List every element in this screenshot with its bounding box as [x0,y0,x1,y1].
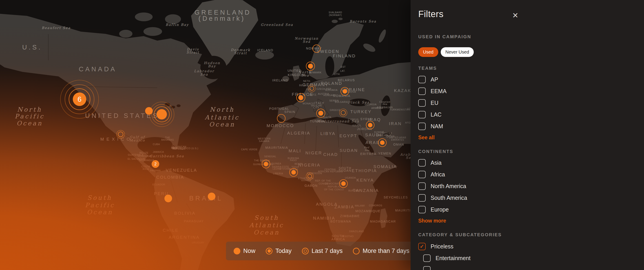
marker-dot [291,170,296,175]
marker-dot [342,89,347,94]
category-checkbox[interactable]: ✓ [418,243,426,250]
used-toggle-group: Used Never Used [418,47,474,57]
continent-label: South America [430,195,467,201]
team-row-eu: EU [418,99,438,107]
now-marker-icon [234,248,240,254]
continent-label: Asia [430,160,442,166]
section-header-continents: CONTINENTS [418,149,453,154]
team-label: AP [430,76,438,83]
team-label: NAM [430,123,443,129]
continent-label: Europe [430,206,449,213]
marker-dot [341,181,346,186]
last7-marker-icon [302,248,309,254]
category-label: Entertainment [436,255,470,261]
legend-item: Now [234,247,256,254]
panel-title: Filters [418,9,444,19]
category-row-partial [423,266,430,270]
team-row-ap: AP [418,76,438,83]
continent-checkbox[interactable] [418,171,426,178]
marker-dot [208,193,216,200]
continent-label: North America [430,183,466,189]
category-row-priceless: ✓Priceless [418,242,453,250]
category-checkbox[interactable] [423,254,430,262]
continent-row-asia: Asia [418,159,442,167]
app-window: U.S.CANADAUNITED STATESGREENLAND(Denmark… [0,0,644,270]
continent-checkbox[interactable] [418,183,426,190]
continent-row-north-america: North America [418,182,466,190]
marker-ring [116,130,125,139]
never-used-pill[interactable]: Never Used [441,47,474,57]
team-checkbox[interactable] [418,99,426,107]
see-all-link[interactable]: See all [418,134,435,141]
section-header-teams: TEAMS [418,66,437,71]
map-legend: NowTodayLast 7 daysMore than 7 days ago [226,242,425,260]
used-pill[interactable]: Used [418,47,438,57]
older-marker-icon [353,248,360,254]
today-marker-icon [266,248,272,254]
close-icon[interactable]: ✕ [510,10,520,20]
marker-dot [308,64,313,69]
team-label: LAC [430,111,442,118]
category-row-entertainment: Entertainment [423,254,470,262]
legend-label: Now [243,247,256,254]
continent-checkbox[interactable] [418,194,426,202]
marker-dot [298,95,303,100]
team-row-eema: EEMA [418,87,446,95]
team-label: EU [430,100,438,106]
continent-row-south-america: South America [418,194,467,202]
marker-dot [318,111,323,116]
marker-dot: 6 [73,92,86,106]
team-row-lac: LAC [418,111,442,118]
continent-checkbox[interactable] [418,159,426,167]
team-checkbox[interactable] [418,111,426,118]
marker-dot [264,162,268,166]
continent-label: Africa [430,171,445,178]
marker-ring [277,114,286,123]
team-row-nam: NAM [418,122,443,130]
legend-label: Today [276,247,292,254]
section-header-used-in-campaign: USED IN CAMPAIGN [418,34,471,39]
continent-row-africa: Africa [418,171,445,178]
marker-ring [312,45,320,53]
team-checkbox[interactable] [418,76,426,83]
section-header-categories: CATEGORY & SUBCATEGORIES [418,232,502,237]
marker-ring [339,109,347,117]
category-checkbox[interactable] [423,266,430,270]
continent-row-europe: Europe [418,206,449,213]
category-label: Priceless [430,243,453,250]
show-more-link[interactable]: Show more [418,218,446,224]
legend-item: Last 7 days [302,247,342,254]
legend-label: Last 7 days [312,247,342,254]
team-checkbox[interactable] [418,123,426,130]
team-checkbox[interactable] [418,87,426,95]
marker-dot [156,109,167,119]
marker-dot: 2 [152,160,159,168]
legend-item: Today [266,247,292,254]
marker-ring [308,85,316,92]
team-label: EEMA [430,88,446,94]
marker-dot [368,123,372,127]
marker-ring [306,172,314,180]
marker-dot [164,195,172,202]
continent-checkbox[interactable] [418,206,426,213]
filters-panel: Filters ✕ USED IN CAMPAIGN Used Never Us… [410,0,644,270]
marker-dot [380,141,384,145]
